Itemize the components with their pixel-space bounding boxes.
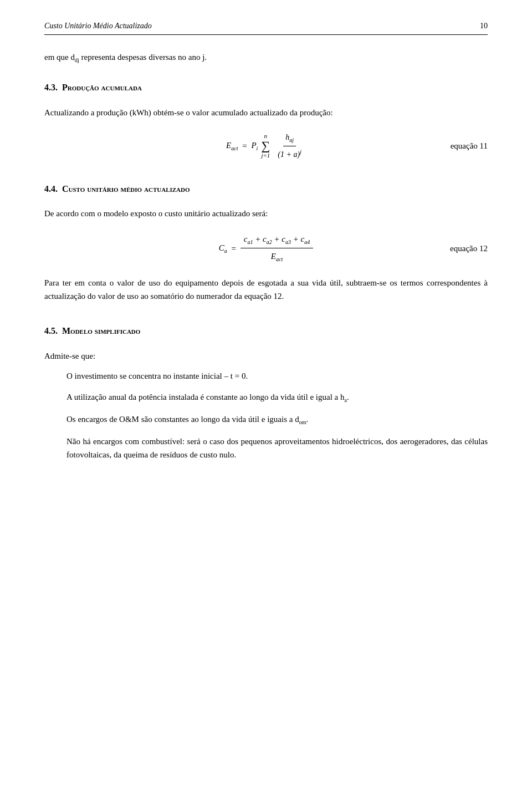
bullet-text-4: Não há encargos com combustível: será o …	[66, 435, 488, 461]
section-45-intro: Admite-se que:	[44, 349, 488, 363]
ca-lhs: Ca	[219, 241, 227, 256]
section-44-title: Custo unitário médio actualizado	[62, 182, 190, 196]
bullet-text-3: Os encargos de O&M são constantes ao lon…	[66, 413, 308, 427]
fraction-numerator: haj	[283, 131, 296, 146]
equation-12-block: Ca = ca1 + ca2 + ca3 + ca4 Eact equação …	[44, 232, 488, 264]
page-header: Custo Unitário Médio Actualizado 10	[44, 20, 488, 35]
section-43-title: Produção acumulada	[62, 80, 142, 95]
eq-equals: =	[240, 139, 249, 152]
bullet-item-2: A utilização anual da potência instalada…	[66, 390, 488, 405]
ca-fraction: ca1 + ca2 + ca3 + ca4 Eact	[241, 232, 314, 264]
section-44: 4.4. Custo unitário médio actualizado De…	[44, 176, 488, 303]
page: Custo Unitário Médio Actualizado 10 em q…	[0, 0, 532, 804]
equation-12: Ca = ca1 + ca2 + ca3 + ca4 Eact	[219, 232, 314, 264]
pi-term: Pi	[251, 139, 258, 153]
section-44-body1: De acordo com o modelo exposto o custo u…	[44, 207, 488, 220]
bullet-text-2: A utilização anual da potência instalada…	[66, 390, 349, 405]
bullet-text-1: O investimento se concentra no instante …	[66, 369, 248, 383]
section-43-body1: Actualizando a produção (kWh) obtém-se o…	[44, 106, 488, 119]
section-44-header: 4.4. Custo unitário médio actualizado	[44, 176, 488, 202]
intro-text: em que ddj representa despesas diversas …	[44, 53, 207, 62]
bullet-item-3: Os encargos de O&M são constantes ao lon…	[66, 413, 488, 427]
section-44-number: 4.4.	[44, 182, 58, 196]
sigma-symbol: ∑	[262, 140, 270, 152]
section-44-body2: Para ter em conta o valor de uso do equi…	[44, 276, 488, 303]
fraction-denominator: (1 + a)j	[275, 146, 304, 161]
sigma-block: n ∑ j=1	[261, 133, 270, 159]
ca-denominator: Eact	[268, 248, 286, 264]
section-43-number: 4.3.	[44, 80, 58, 95]
equation-12-label: equação 12	[450, 242, 488, 255]
equation-11: Eact = Pi n ∑ j=1 haj (1 + a)j	[226, 131, 306, 161]
eq12-equals: =	[229, 242, 238, 255]
section-43: 4.3. Produção acumulada Actualizando a p…	[44, 75, 488, 160]
header-title: Custo Unitário Médio Actualizado	[44, 20, 152, 32]
section-43-header: 4.3. Produção acumulada	[44, 75, 488, 100]
section-45: 4.5. Modelo simplificado Admite-se que: …	[44, 318, 488, 461]
eact-lhs: Eact	[226, 139, 238, 153]
equation-11-label: equação 11	[451, 139, 488, 152]
section-45-number: 4.5.	[44, 324, 58, 338]
bullet-list: O investimento se concentra no instante …	[61, 369, 488, 461]
ca-numerator: ca1 + ca2 + ca3 + ca4	[241, 232, 314, 248]
fraction-eq11: haj (1 + a)j	[275, 131, 304, 161]
bullet-item-1: O investimento se concentra no instante …	[66, 369, 488, 383]
equation-11-block: Eact = Pi n ∑ j=1 haj (1 + a)j equação 1…	[44, 131, 488, 161]
section-45-header: 4.5. Modelo simplificado	[44, 318, 488, 344]
bullet-item-4: Não há encargos com combustível: será o …	[66, 435, 488, 461]
section-45-title: Modelo simplificado	[62, 324, 140, 338]
intro-paragraph: em que ddj representa despesas diversas …	[44, 50, 488, 65]
header-page-number: 10	[480, 20, 488, 32]
